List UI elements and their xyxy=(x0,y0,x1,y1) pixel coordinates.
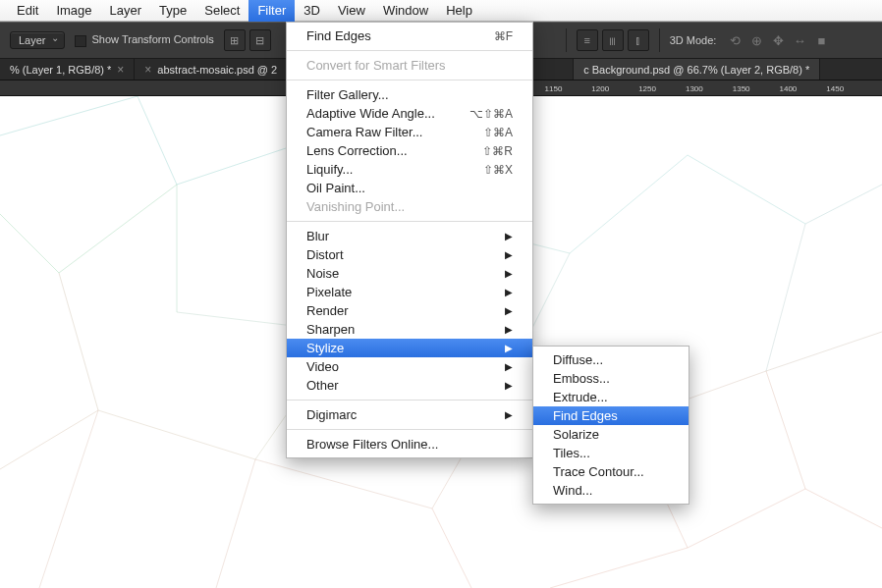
tab-label: c Background.psd @ 66.7% (Layer 2, RGB/8… xyxy=(583,64,809,76)
svg-line-25 xyxy=(255,459,432,508)
menu-separator xyxy=(287,221,532,222)
menu-select[interactable]: Select xyxy=(195,0,248,22)
document-tab[interactable]: ×abstract-mosaic.psd @ 2 xyxy=(135,59,288,80)
menu-view[interactable]: View xyxy=(329,0,374,22)
svg-line-29 xyxy=(688,489,805,548)
mi-solarize[interactable]: Solarize xyxy=(533,425,689,444)
svg-line-4 xyxy=(177,145,295,185)
submenu-arrow-icon: ▶ xyxy=(505,287,513,297)
mi-other[interactable]: Other▶ xyxy=(287,376,532,395)
mi-emboss[interactable]: Emboss... xyxy=(533,369,689,388)
menu-separator xyxy=(287,429,532,430)
svg-line-10 xyxy=(0,410,98,469)
mi-extrude[interactable]: Extrude... xyxy=(533,388,689,406)
align-icon[interactable]: ⊞ xyxy=(224,29,246,51)
document-tab[interactable]: % (Layer 1, RGB/8) *× xyxy=(0,59,135,80)
orbit-icon[interactable]: ⟲ xyxy=(726,31,744,49)
mi-lens-correction[interactable]: Lens Correction...⇧⌘R xyxy=(287,141,532,160)
submenu-arrow-icon: ▶ xyxy=(505,268,513,279)
mi-label: Camera Raw Filter... xyxy=(306,125,422,139)
mi-last-filter[interactable]: Find Edges⌘F xyxy=(287,27,532,45)
mi-camera-raw[interactable]: Camera Raw Filter...⇧⌘A xyxy=(287,123,532,141)
mi-adaptive-wide[interactable]: Adaptive Wide Angle...⌥⇧⌘A xyxy=(287,104,532,123)
mi-blur[interactable]: Blur▶ xyxy=(287,227,532,245)
mi-find-edges[interactable]: Find Edges xyxy=(533,406,689,425)
shortcut-label: ⇧⌘X xyxy=(483,163,513,177)
mi-label: Filter Gallery... xyxy=(306,87,389,102)
ruler-tick-label: 1350 xyxy=(733,84,750,93)
mi-oil-paint[interactable]: Oil Paint... xyxy=(287,179,532,197)
slide-icon[interactable]: ↔ xyxy=(791,31,808,49)
mi-liquify[interactable]: Liquify...⇧⌘X xyxy=(287,160,532,179)
mi-noise[interactable]: Noise▶ xyxy=(287,264,532,283)
mi-distort[interactable]: Distort▶ xyxy=(287,245,532,264)
mi-label: Trace Contour... xyxy=(553,464,644,479)
mi-label: Find Edges xyxy=(306,28,371,43)
mi-wind[interactable]: Wind... xyxy=(533,481,689,500)
document-tab[interactable]: c Background.psd @ 66.7% (Layer 2, RGB/8… xyxy=(573,59,820,80)
mi-pixelate[interactable]: Pixelate▶ xyxy=(287,283,532,301)
checkbox-icon xyxy=(75,35,86,47)
dist-icon[interactable]: ⫼ xyxy=(602,29,624,51)
mi-label: Pixelate xyxy=(306,285,352,299)
mi-tiles[interactable]: Tiles... xyxy=(533,444,689,462)
distribute-group: ≡ ⫼ ⫿ xyxy=(577,29,649,51)
mi-browse-online[interactable]: Browse Filters Online... xyxy=(287,435,532,454)
mi-label: Render xyxy=(306,303,349,318)
align-icon[interactable]: ⊟ xyxy=(249,29,271,51)
mi-label: Extrude... xyxy=(553,390,608,404)
mi-stylize[interactable]: Stylize▶ xyxy=(287,339,532,357)
menu-filter[interactable]: Filter xyxy=(248,0,295,22)
roll-icon[interactable]: ⊕ xyxy=(747,31,765,49)
svg-line-23 xyxy=(550,548,688,588)
mi-digimarc[interactable]: Digimarc▶ xyxy=(287,405,532,424)
svg-line-9 xyxy=(59,273,98,410)
mi-label: Blur xyxy=(306,229,329,243)
mi-diffuse[interactable]: Diffuse... xyxy=(533,350,689,369)
mi-label: Solarize xyxy=(553,427,599,442)
mi-label: Sharpen xyxy=(306,322,355,337)
show-transform-toggle[interactable]: Show Transform Controls xyxy=(75,33,214,46)
close-icon[interactable]: × xyxy=(117,63,124,77)
dist-icon[interactable]: ⫿ xyxy=(628,29,649,51)
mac-menubar: Edit Image Layer Type Select Filter 3D V… xyxy=(0,0,882,22)
ruler-tick-label: 1450 xyxy=(826,84,844,93)
menu-layer[interactable]: Layer xyxy=(101,0,151,22)
menu-image[interactable]: Image xyxy=(47,0,100,22)
autoselect-dropdown[interactable]: Layer xyxy=(10,31,65,49)
svg-line-17 xyxy=(570,155,688,253)
menu-3d[interactable]: 3D xyxy=(295,0,329,22)
mi-label: Diffuse... xyxy=(553,352,603,367)
close-icon[interactable]: × xyxy=(144,63,151,77)
menu-type[interactable]: Type xyxy=(150,0,195,22)
shortcut-label: ⇧⌘A xyxy=(483,126,513,139)
separator xyxy=(659,28,660,52)
menu-edit[interactable]: Edit xyxy=(8,0,47,22)
ruler-tick-label: 1150 xyxy=(545,84,563,93)
mi-filter-gallery[interactable]: Filter Gallery... xyxy=(287,85,532,104)
mi-label: Other xyxy=(306,378,339,393)
menu-window[interactable]: Window xyxy=(374,0,437,22)
menu-help[interactable]: Help xyxy=(437,0,481,22)
mi-sharpen[interactable]: Sharpen▶ xyxy=(287,320,532,339)
dist-icon[interactable]: ≡ xyxy=(577,29,598,51)
submenu-arrow-icon: ▶ xyxy=(505,231,513,241)
svg-line-3 xyxy=(0,214,59,273)
svg-line-31 xyxy=(766,371,805,489)
mi-label: Emboss... xyxy=(553,371,610,386)
ruler-tick-label: 1200 xyxy=(591,84,609,93)
separator xyxy=(566,28,567,52)
pan-icon[interactable]: ✥ xyxy=(769,31,787,49)
mi-video[interactable]: Video▶ xyxy=(287,357,532,376)
filter-menu: Find Edges⌘F Convert for Smart Filters F… xyxy=(286,22,533,458)
mi-label: Stylize xyxy=(306,341,344,355)
mi-trace-contour[interactable]: Trace Contour... xyxy=(533,462,689,481)
3d-mode-group: ⟲ ⊕ ✥ ↔ ■ xyxy=(726,31,830,49)
mi-render[interactable]: Render▶ xyxy=(287,301,532,320)
stylize-submenu: Diffuse... Emboss... Extrude... Find Edg… xyxy=(532,346,689,505)
mi-label: Browse Filters Online... xyxy=(306,437,438,452)
submenu-arrow-icon: ▶ xyxy=(505,305,513,316)
svg-line-0 xyxy=(0,96,138,135)
zoom-icon[interactable]: ■ xyxy=(812,31,830,49)
mi-label: Vanishing Point... xyxy=(306,199,405,214)
